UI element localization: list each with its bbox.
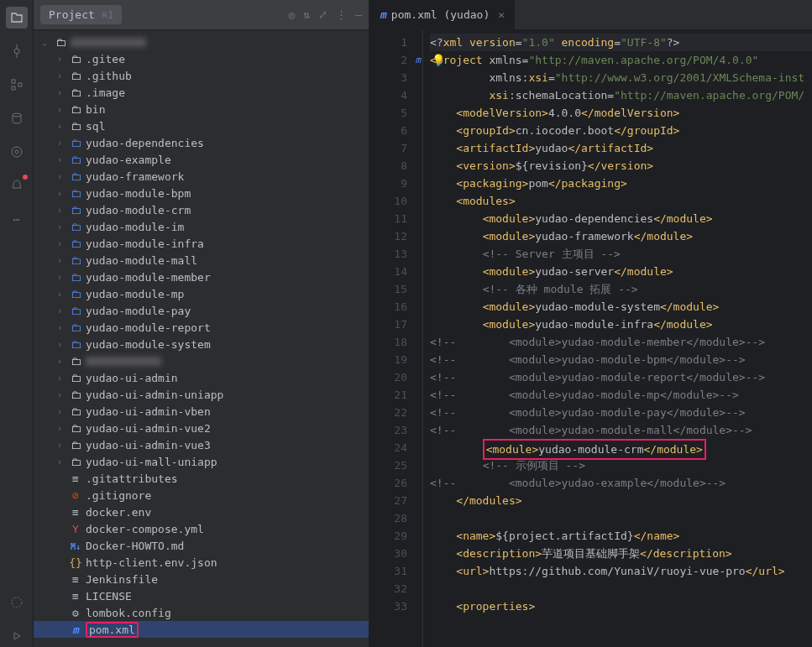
options-icon[interactable]: ⋮: [336, 8, 347, 21]
code-line[interactable]: [430, 509, 812, 527]
chevron-icon[interactable]: ›: [54, 222, 65, 232]
code-line[interactable]: <name>${project.artifactId}</name>: [430, 527, 812, 545]
run-tool-icon[interactable]: [6, 592, 28, 613]
tree-item[interactable]: ›🗀yudao-module-infra: [34, 235, 369, 252]
tree-item[interactable]: ›🗀yudao-ui-admin-uniapp: [34, 386, 369, 403]
code-line[interactable]: <properties>: [430, 597, 812, 615]
code-line[interactable]: <!-- <module>yudao-example</module>-->: [430, 474, 812, 492]
chevron-icon[interactable]: ›: [54, 55, 65, 64]
database-tool-icon[interactable]: [6, 107, 28, 129]
maven-gutter-icon[interactable]: m: [409, 51, 421, 63]
intention-bulb-icon[interactable]: 💡: [432, 51, 445, 69]
tree-item[interactable]: ›🗀yudao-ui-mall-uniapp: [34, 453, 369, 470]
tree-item[interactable]: mpom.xml: [34, 621, 369, 638]
code-line[interactable]: <module>yudao-dependencies</module>: [430, 210, 812, 227]
chevron-icon[interactable]: ›: [54, 323, 65, 332]
code-line[interactable]: <module>yudao-module-infra</module>: [430, 316, 812, 333]
tree-item[interactable]: ›🗀: [34, 352, 369, 369]
editor-tab-pom[interactable]: m pom.xml (yudao) ×: [369, 0, 516, 29]
code-line[interactable]: <project xmlns="http://maven.apache.org/…: [430, 51, 812, 69]
code-line[interactable]: <module>yudao-module-system</module>: [430, 298, 812, 316]
chevron-icon[interactable]: ›: [54, 206, 65, 215]
tree-item[interactable]: ›🗀yudao-ui-admin-vben: [34, 403, 369, 420]
code-line[interactable]: <description>芋道项目基础脚手架</description>: [430, 545, 812, 562]
code-line[interactable]: <module>yudao-server</module>: [430, 263, 812, 280]
chevron-icon[interactable]: ›: [54, 88, 65, 97]
tree-item[interactable]: ›🗀yudao-dependencies: [34, 134, 369, 151]
code-line[interactable]: <!-- <module>yudao-module-member</module…: [430, 333, 812, 351]
chevron-icon[interactable]: ›: [54, 306, 65, 316]
code-line[interactable]: <artifactId>yudao</artifactId>: [430, 139, 812, 157]
tree-item[interactable]: ›🗀yudao-module-report: [34, 319, 369, 336]
code-line[interactable]: <modelVersion>4.0.0</modelVersion>: [430, 104, 812, 122]
chevron-icon[interactable]: ›: [54, 390, 65, 399]
chevron-icon[interactable]: ›: [54, 457, 65, 467]
tree-item[interactable]: ›🗀yudao-module-pay: [34, 302, 369, 319]
tree-item[interactable]: ›🗀yudao-module-member: [34, 269, 369, 285]
tree-item[interactable]: ≡LICENSE: [34, 587, 369, 604]
tree-item[interactable]: Ydocker-compose.yml: [34, 520, 369, 537]
tree-item[interactable]: ›🗀yudao-module-mall: [34, 252, 369, 269]
code-line[interactable]: <?xml version="1.0" encoding="UTF-8"?>: [430, 34, 812, 51]
chevron-icon[interactable]: ›: [54, 441, 65, 450]
code-line[interactable]: <!-- Server 主项目 -->: [430, 245, 812, 263]
chevron-icon[interactable]: ›: [54, 239, 65, 248]
structure-tool-icon[interactable]: [6, 74, 28, 96]
tree-item[interactable]: ›🗀yudao-example: [34, 151, 369, 168]
chevron-icon[interactable]: ›: [54, 373, 65, 383]
tree-item[interactable]: ≡.gitattributes: [34, 470, 369, 487]
code-line[interactable]: <packaging>pom</packaging>: [430, 175, 812, 192]
tree-item[interactable]: ≡docker.env: [34, 504, 369, 520]
chevron-icon[interactable]: ›: [54, 357, 65, 366]
code-line[interactable]: <groupId>cn.iocoder.boot</groupId>: [430, 122, 812, 139]
tree-item[interactable]: ⌄🗀: [34, 34, 369, 50]
code-line[interactable]: <!-- <module>yudao-module-bpm</module>--…: [430, 351, 812, 368]
tree-item[interactable]: ›🗀yudao-ui-admin: [34, 369, 369, 386]
chevron-icon[interactable]: ›: [54, 340, 65, 349]
project-title-button[interactable]: Project ⌘1: [40, 5, 122, 24]
project-tool-icon[interactable]: [6, 7, 28, 29]
expand-all-icon[interactable]: ⇅: [303, 8, 310, 21]
chevron-icon[interactable]: ›: [54, 155, 65, 164]
tree-item[interactable]: ≡Jenkinsfile: [34, 571, 369, 587]
chevron-icon[interactable]: ›: [54, 424, 65, 433]
commit-tool-icon[interactable]: [6, 40, 28, 62]
chevron-icon[interactable]: ›: [54, 290, 65, 299]
tree-item[interactable]: ›🗀bin: [34, 101, 369, 117]
tree-item[interactable]: ›🗀yudao-ui-admin-vue2: [34, 420, 369, 436]
chevron-icon[interactable]: ›: [54, 189, 65, 198]
code-line[interactable]: xsi:schemaLocation="http://maven.apache.…: [430, 86, 812, 104]
code-line[interactable]: [430, 580, 812, 597]
code-line[interactable]: <url>https://github.com/YunaiV/ruoyi-vue…: [430, 562, 812, 580]
chevron-icon[interactable]: ›: [54, 256, 65, 265]
editor-body[interactable]: 1234567891011121314151617181920212223242…: [369, 30, 812, 647]
chevron-icon[interactable]: ›: [54, 138, 65, 148]
services-tool-icon[interactable]: [6, 141, 28, 163]
close-tab-icon[interactable]: ×: [498, 8, 505, 21]
tree-item[interactable]: ›🗀yudao-module-im: [34, 218, 369, 235]
more-tool-icon[interactable]: ⋯: [6, 208, 28, 230]
code-line[interactable]: <!-- 各种 module 拓展 -->: [430, 280, 812, 298]
chevron-icon[interactable]: ⌄: [39, 38, 50, 47]
chevron-icon[interactable]: ›: [54, 407, 65, 416]
code-line[interactable]: </modules>: [430, 492, 812, 509]
chevron-icon[interactable]: ›: [54, 273, 65, 282]
hide-panel-icon[interactable]: —: [355, 8, 362, 21]
tree-item[interactable]: {}http-client.env.json: [34, 554, 369, 571]
tree-item[interactable]: ›🗀yudao-framework: [34, 168, 369, 185]
code-line[interactable]: <module>yudao-framework</module>: [430, 227, 812, 245]
project-tree[interactable]: ⌄🗀›🗀.gitee›🗀.github›🗀.image›🗀bin›🗀sql›🗀y…: [34, 30, 369, 647]
tree-item[interactable]: ›🗀.github: [34, 67, 369, 84]
code-line[interactable]: <modules>: [430, 192, 812, 210]
tree-item[interactable]: ›🗀yudao-ui-admin-vue3: [34, 436, 369, 453]
chevron-icon[interactable]: ›: [54, 105, 65, 114]
code-line[interactable]: xmlns:xsi="http://www.w3.org/2001/XMLSch…: [430, 69, 812, 86]
tree-item[interactable]: ›🗀yudao-module-system: [34, 336, 369, 352]
tree-item[interactable]: ›🗀.gitee: [34, 50, 369, 67]
code-line[interactable]: <version>${revision}</version>: [430, 157, 812, 175]
tree-item[interactable]: ›🗀yudao-module-crm: [34, 201, 369, 218]
collapse-icon[interactable]: ⤢: [318, 8, 327, 21]
chevron-icon[interactable]: ›: [54, 172, 65, 181]
code-line[interactable]: <module>yudao-module-crm</module>: [430, 439, 812, 457]
select-opened-icon[interactable]: ◎: [289, 8, 296, 21]
